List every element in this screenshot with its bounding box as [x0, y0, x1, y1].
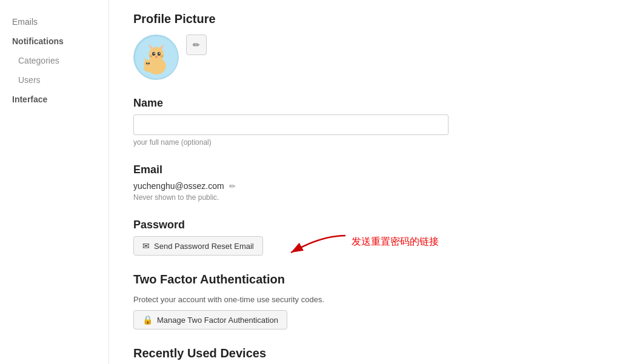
profile-picture-section: Profile Picture: [133, 12, 539, 80]
name-input[interactable]: [133, 114, 449, 135]
edit-picture-button[interactable]: ✏: [186, 35, 207, 55]
sidebar-item-notifications[interactable]: Notifications: [0, 31, 108, 51]
pencil-icon: ✏: [193, 40, 200, 50]
svg-point-21: [148, 62, 150, 64]
svg-point-7: [152, 51, 155, 55]
avatar-image: [135, 36, 178, 79]
annotation-text: 发送重置密码的链接: [352, 236, 439, 248]
name-hint: your full name (optional): [133, 138, 539, 147]
svg-point-17: [144, 64, 152, 71]
main-content: Profile Picture: [109, 0, 564, 364]
name-section: Name your full name (optional): [133, 97, 539, 147]
svg-point-9: [153, 52, 155, 53]
email-title: Email: [133, 164, 539, 176]
send-password-reset-button[interactable]: ✉ Send Password Reset Email: [133, 236, 263, 256]
email-row: yuchenghu@ossez.com ✏: [133, 181, 539, 191]
svg-point-10: [159, 52, 160, 53]
email-edit-icon[interactable]: ✏: [229, 182, 236, 191]
two-factor-section: Two Factor Authentication Protect your a…: [133, 273, 539, 329]
recently-used-title: Recently Used Devices: [133, 346, 539, 360]
svg-point-11: [155, 55, 158, 57]
profile-picture-container: ✏: [133, 35, 539, 80]
manage-two-factor-button[interactable]: 🔒 Manage Two Factor Authentication: [133, 310, 287, 329]
svg-point-22: [147, 64, 148, 65]
avatar: [133, 35, 179, 80]
sidebar-item-users[interactable]: Users: [0, 70, 108, 90]
email-icon: ✉: [142, 241, 150, 251]
email-never-shown: Never shown to the public.: [133, 193, 539, 202]
annotation: 发送重置密码的链接: [315, 236, 439, 248]
send-password-reset-label: Send Password Reset Email: [154, 242, 254, 251]
sidebar: Emails Notifications Categories Users In…: [0, 0, 109, 364]
lock-icon: 🔒: [142, 315, 153, 325]
password-section: Password ✉ Send Password Reset Email 发送重…: [133, 219, 539, 256]
svg-point-8: [157, 51, 160, 55]
profile-picture-title: Profile Picture: [133, 12, 539, 26]
sidebar-item-interface[interactable]: Interface: [0, 90, 108, 109]
svg-point-2: [148, 47, 164, 62]
two-factor-description: Protect your account with one-time use s…: [133, 295, 539, 304]
name-title: Name: [133, 97, 539, 110]
email-section: Email yuchenghu@ossez.com ✏ Never shown …: [133, 164, 539, 202]
arrow-icon: [279, 230, 352, 260]
email-value: yuchenghu@ossez.com: [133, 181, 224, 191]
sidebar-item-categories[interactable]: Categories: [0, 51, 108, 70]
password-title: Password: [133, 219, 539, 231]
svg-point-20: [145, 62, 147, 64]
two-factor-title: Two Factor Authentication: [133, 273, 539, 286]
manage-two-factor-label: Manage Two Factor Authentication: [157, 316, 278, 325]
sidebar-item-emails[interactable]: Emails: [0, 12, 108, 31]
recently-used-section: Recently Used Devices: [133, 346, 539, 360]
